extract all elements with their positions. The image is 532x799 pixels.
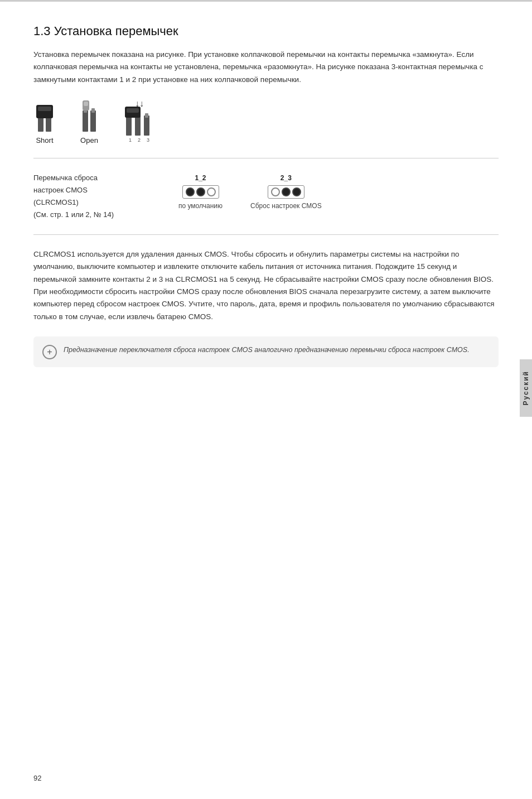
config-1-2-desc: по умолчанию	[178, 202, 223, 210]
clrcmos-configs: 1_2 по умолчанию 2_3 Сброс настроек CMOS	[178, 174, 322, 210]
intro-text: Установка перемычек показана на рисунке.…	[33, 49, 499, 86]
pin-3-filled	[292, 187, 301, 196]
jumper-3pin-icon: ↓↓ 1 2 3	[123, 100, 167, 145]
svg-rect-14	[135, 115, 141, 136]
jumper-short-label: Short	[36, 136, 53, 145]
clrcmos-line4: (См. стр. 1 или 2, № 14)	[33, 209, 145, 221]
divider-1	[33, 158, 499, 158]
config-2-3-label: 2_3	[280, 174, 292, 182]
page-number: 92	[33, 774, 41, 782]
svg-rect-0	[38, 116, 43, 132]
pin-3-open	[207, 187, 216, 196]
svg-rect-18	[145, 113, 148, 118]
info-box: + Предназначение переключателя сброса на…	[33, 336, 499, 367]
config-2-3-pins	[268, 185, 304, 199]
section-title: 1.3 Установка перемычек	[33, 24, 499, 38]
pin-2-filled	[196, 187, 205, 196]
svg-rect-6	[83, 110, 88, 132]
config-2-3-desc: Сброс настроек CMOS	[250, 202, 322, 210]
svg-rect-20	[127, 108, 139, 113]
svg-rect-1	[46, 116, 51, 132]
svg-rect-11	[84, 102, 88, 106]
jumper-3pin-item: ↓↓ 1 2 3	[123, 100, 167, 145]
sidebar-label: Русский	[522, 370, 530, 406]
svg-rect-5	[38, 107, 51, 111]
jumper-short-icon	[33, 99, 56, 133]
svg-text:1: 1	[129, 137, 132, 143]
jumper-open-label: Open	[80, 136, 98, 145]
svg-rect-7	[90, 110, 96, 132]
pin-1-filled	[186, 187, 195, 196]
jumper-open-item: Open	[78, 99, 100, 145]
jumper-short-item: Short	[33, 99, 56, 145]
clrcmos-table: Перемычка сброса настроек CMOS (CLRCMOS1…	[33, 172, 499, 221]
sidebar-tab: Русский	[520, 359, 532, 417]
info-box-text: Предназначение переключателя сброса наст…	[64, 344, 470, 355]
jumper-diagrams: Short Open ↓↓	[33, 99, 499, 145]
svg-rect-13	[126, 115, 132, 136]
clrcmos-line3: (CLRCMOS1)	[33, 196, 145, 209]
svg-text:2: 2	[138, 137, 141, 143]
info-icon: +	[42, 345, 57, 359]
divider-2	[33, 234, 499, 235]
jumper-open-icon	[78, 99, 100, 133]
clrcmos-line1: Перемычка сброса	[33, 172, 145, 184]
config-1-2-pins	[182, 185, 219, 199]
body-text: CLRCMOS1 используется для удаления данны…	[33, 248, 499, 323]
config-1-2-label: 1_2	[195, 174, 206, 182]
clrcmos-line2: настроек CMOS	[33, 184, 145, 196]
svg-rect-9	[91, 108, 95, 113]
pin-1-open	[271, 187, 280, 196]
pin-2-filled	[282, 187, 291, 196]
clrcmos-description: Перемычка сброса настроек CMOS (CLRCMOS1…	[33, 172, 145, 221]
config-2-3: 2_3 Сброс настроек CMOS	[250, 174, 322, 210]
config-1-2: 1_2 по умолчанию	[178, 174, 223, 210]
svg-text:3: 3	[147, 137, 149, 143]
svg-rect-15	[144, 115, 149, 136]
